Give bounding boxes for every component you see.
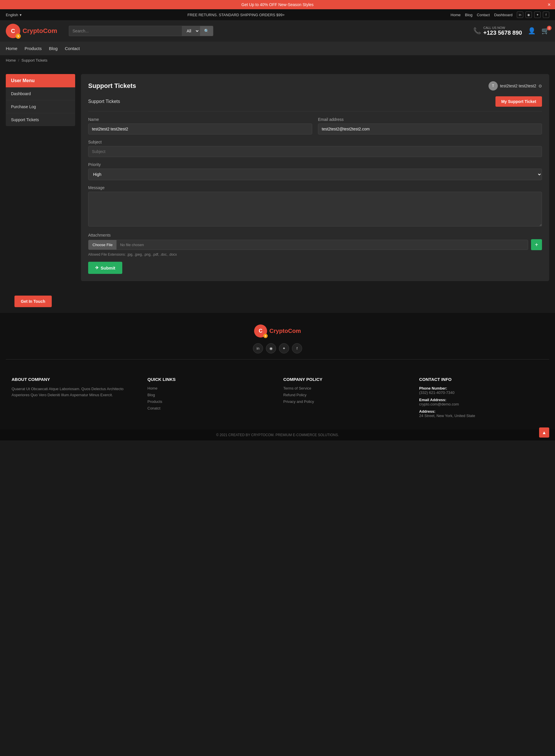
logo-letter: C	[11, 28, 15, 34]
choose-file-button[interactable]: Choose File	[88, 240, 117, 249]
submit-button[interactable]: ✈ Submit	[88, 262, 122, 274]
social-instagram-icon[interactable]: ◉	[525, 11, 532, 18]
name-group: Name	[88, 117, 312, 134]
submit-label: Submit	[100, 266, 115, 270]
breadcrumb-home[interactable]: Home	[6, 58, 16, 63]
footer-link-refund[interactable]: Refund Policy	[283, 393, 408, 397]
user-avatar: T	[488, 81, 498, 90]
footer-social-linkedin[interactable]: in	[253, 343, 263, 353]
footer-policy: Company Policy Terms of Service Refund P…	[283, 377, 408, 421]
priority-select[interactable]: High Medium Low	[88, 169, 542, 180]
social-facebook-icon[interactable]: f	[543, 11, 549, 18]
footer-phone: Phone Number: (332) 621-4070-7340	[419, 386, 544, 395]
my-support-ticket-button[interactable]: My Support Ticket	[496, 96, 542, 107]
user-name: test2test2 test2test2	[500, 84, 536, 88]
message-label: Message	[88, 185, 542, 190]
top-nav: English ▾ FREE RETURNS. STANDARD SHIPPIN…	[0, 9, 555, 20]
footer-social: in ◉ ✦ f	[6, 343, 549, 353]
logo-text: CryptoCom	[23, 27, 57, 35]
main-nav-home[interactable]: Home	[6, 44, 17, 52]
main-nav-blog[interactable]: Blog	[49, 44, 57, 52]
sidebar-header: User Menu	[6, 74, 75, 87]
footer-social-instagram[interactable]: ◉	[266, 343, 276, 353]
email-label: Email address	[318, 117, 542, 122]
allowed-extensions: Allowed File Extensions: .jpg, .jpeg, .p…	[88, 252, 542, 256]
footer-link-home[interactable]: Home	[147, 386, 272, 390]
support-form-panel: Support Tickets T test2test2 test2test2 …	[81, 74, 549, 281]
footer-link-products[interactable]: Products	[147, 399, 272, 404]
nav-link-home[interactable]: Home	[451, 13, 461, 17]
subject-group: Subject	[88, 140, 542, 157]
phone-icon: 📞	[473, 27, 481, 35]
announcement-text: Get Up to 40% OFF New-Season Styles	[241, 2, 314, 7]
footer-logo-text: CryptoCom	[269, 328, 301, 334]
footer-phone-value: (332) 621-4070-7340	[419, 390, 544, 395]
sub-header: Support Tickets My Support Ticket	[88, 96, 542, 111]
footer-email-label: Email Address:	[419, 398, 544, 402]
main-nav: Home Products Blog Contact	[0, 42, 555, 55]
footer-quick-links: Quick Links Home Blog Products Conatct	[147, 377, 272, 421]
nav-link-contact[interactable]: Contact	[477, 13, 490, 17]
cart-button[interactable]: 🛒 0	[542, 27, 549, 35]
user-account-button[interactable]: 👤	[528, 27, 536, 35]
social-linkedin-icon[interactable]: in	[517, 11, 523, 18]
shipping-text: FREE RETURNS. STANDARD SHIPPING ORDERS $…	[187, 13, 285, 17]
sidebar-menu: Dashboard Purchase Log Support Tickets	[6, 87, 75, 126]
footer-logo: C $ CryptoCom	[6, 324, 549, 337]
announcement-close[interactable]: ×	[548, 2, 551, 8]
language-selector[interactable]: English ▾	[6, 13, 22, 17]
call-us-label: CALL US NOW	[483, 26, 522, 30]
cart-badge: 0	[547, 26, 552, 30]
name-input[interactable]	[88, 123, 312, 134]
footer-address-value: 24 Street, New York, United State	[419, 413, 544, 418]
footer-bottom: © 2021 CREATED BY CRYPTOCOM. PREMIUM E-C…	[0, 430, 555, 440]
footer-contact: CONTACT INFO Phone Number: (332) 621-407…	[419, 377, 544, 421]
footer-about-title: ABOUT COMPANY	[11, 377, 136, 382]
get-in-touch-button[interactable]: Get In Touch	[14, 295, 52, 307]
email-group: Email address	[318, 117, 542, 134]
email-input[interactable]	[318, 123, 542, 134]
footer-quick-links-title: Quick Links	[147, 377, 272, 382]
logo-icon: C $	[6, 24, 20, 38]
social-twitter-icon[interactable]: ✦	[534, 11, 541, 18]
footer-contact-title: CONTACT INFO	[419, 377, 544, 382]
sidebar: User Menu Dashboard Purchase Log Support…	[6, 74, 75, 281]
search-button[interactable]: 🔍	[200, 26, 213, 36]
footer-social-twitter[interactable]: ✦	[279, 343, 289, 353]
logo[interactable]: C $ CryptoCom	[6, 24, 57, 38]
attachments-row: Choose File No file chosen +	[88, 239, 542, 250]
header-right: 📞 CALL US NOW +123 5678 890 👤 🛒 0	[473, 26, 549, 36]
message-textarea[interactable]	[88, 192, 542, 227]
main-content: User Menu Dashboard Purchase Log Support…	[0, 65, 555, 290]
sub-title: Support Tickets	[88, 99, 120, 104]
language-label: English	[6, 13, 18, 17]
search-category-select[interactable]: All	[182, 26, 200, 36]
footer-link-privacy[interactable]: Privacy and Policy	[283, 399, 408, 404]
footer-link-contact[interactable]: Conatct	[147, 406, 272, 410]
sidebar-item-support-tickets[interactable]: Support Tickets	[6, 113, 75, 126]
main-nav-contact[interactable]: Contact	[65, 44, 80, 52]
logo-coin-icon: $	[15, 34, 21, 39]
main-nav-products[interactable]: Products	[25, 44, 42, 52]
nav-link-blog[interactable]: Blog	[465, 13, 473, 17]
footer-about-text: Quaerat Ut Obcaecati Atque Laboriosam. Q…	[11, 386, 136, 398]
sidebar-item-purchase-log[interactable]: Purchase Log	[6, 101, 75, 113]
nav-link-dashboard[interactable]: Dashboard	[494, 13, 513, 17]
language-dropdown-icon: ▾	[20, 13, 22, 17]
sidebar-item-dashboard[interactable]: Dashboard	[6, 87, 75, 101]
footer-link-blog[interactable]: Blog	[147, 393, 272, 397]
footer-policy-title: Company Policy	[283, 377, 408, 382]
scroll-top-button[interactable]: ▲	[539, 428, 549, 438]
search-input[interactable]	[69, 26, 182, 36]
name-email-row: Name Email address	[88, 117, 542, 134]
file-name-display: No file chosen	[117, 240, 147, 249]
get-in-touch-bar: Get In Touch	[0, 290, 555, 313]
add-file-button[interactable]: +	[531, 239, 542, 250]
footer-link-terms[interactable]: Terms of Service	[283, 386, 408, 390]
subject-input[interactable]	[88, 146, 542, 157]
footer-social-facebook[interactable]: f	[292, 343, 302, 353]
footer-email: Email Address: crypto.com@demo.com	[419, 398, 544, 406]
footer-logo-icon: C $	[254, 324, 267, 337]
footer-columns: ABOUT COMPANY Quaerat Ut Obcaecati Atque…	[0, 368, 555, 430]
form-panel-header: Support Tickets T test2test2 test2test2 …	[88, 81, 542, 90]
